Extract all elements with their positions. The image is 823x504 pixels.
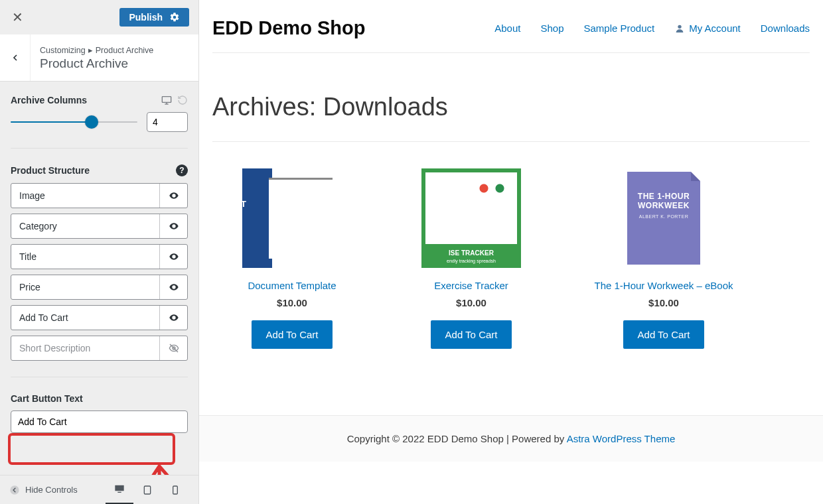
help-icon[interactable]: ? — [176, 164, 188, 176]
site-preview: EDD Demo Shop About Shop Sample Product … — [199, 0, 823, 504]
visibility-toggle[interactable] — [159, 275, 187, 299]
product-structure-label: Product Structure — [11, 165, 90, 176]
device-desktop[interactable] — [106, 475, 133, 505]
eye-icon — [169, 251, 179, 262]
nav-about[interactable]: About — [494, 23, 520, 34]
publish-button[interactable]: Publish — [119, 8, 189, 27]
cart-button-text-input[interactable] — [11, 410, 188, 433]
add-to-cart-button[interactable]: Add To Cart — [431, 320, 512, 349]
nav-downloads[interactable]: Downloads — [761, 23, 810, 34]
back-button[interactable] — [0, 34, 31, 81]
chevron-left-icon — [10, 52, 21, 63]
user-icon — [674, 23, 685, 34]
reset-icon[interactable] — [177, 95, 188, 105]
controls-scroll[interactable]: Archive Columns — [0, 82, 198, 475]
eye-icon — [169, 190, 179, 201]
svg-point-5 — [10, 485, 19, 494]
product-image[interactable]: THE 1-HOURWORKWEEKALBERT K. PORTER — [614, 168, 713, 268]
structure-item-addtocart[interactable]: Add To Cart — [11, 305, 188, 330]
site-title[interactable]: EDD Demo Shop — [212, 17, 365, 39]
structure-item-short-description[interactable]: Short Description — [11, 336, 188, 361]
archive-columns-slider[interactable] — [11, 120, 137, 124]
breadcrumb: Customizing▸Product Archive — [40, 45, 153, 55]
desktop-icon — [114, 483, 125, 494]
structure-item-price[interactable]: Price — [11, 275, 188, 300]
product-price: $10.00 — [405, 297, 538, 308]
structure-item-category[interactable]: Category — [11, 214, 188, 239]
svg-rect-0 — [162, 97, 171, 103]
visibility-toggle[interactable] — [159, 245, 187, 269]
eye-icon — [169, 282, 179, 292]
product-image[interactable]: ISE TRACKERendly tracking spreadsh — [421, 168, 521, 268]
customizer-sidebar: ✕ Publish Customizing▸Product Archive Pr… — [0, 0, 199, 504]
device-mobile[interactable] — [161, 475, 189, 505]
svg-rect-8 — [144, 486, 150, 494]
page-title: Archives: Downloads — [212, 93, 810, 121]
desktop-icon[interactable] — [161, 95, 172, 105]
archive-columns-input[interactable] — [147, 112, 188, 132]
structure-list: Image Category Title Price — [11, 183, 188, 361]
product-card: THE 1-HOURWORKWEEKALBERT K. PORTER The 1… — [584, 168, 743, 349]
product-title[interactable]: The 1-Hour Workweek – eBook — [584, 280, 743, 292]
structure-item-image[interactable]: Image — [11, 183, 188, 208]
visibility-toggle[interactable] — [159, 306, 187, 330]
tablet-icon — [142, 485, 153, 495]
archive-columns-label: Archive Columns — [11, 95, 87, 105]
product-price: $10.00 — [584, 297, 743, 308]
mobile-icon — [170, 485, 181, 495]
hide-controls[interactable]: Hide Controls — [9, 485, 78, 495]
annotation-highlight — [8, 433, 175, 465]
site-footer: Copyright © 2022 EDD Demo Shop | Powered… — [199, 415, 823, 462]
collapse-icon — [9, 485, 20, 495]
cart-button-text-label: Cart Button Text — [11, 393, 83, 404]
svg-rect-9 — [173, 486, 178, 494]
add-to-cart-button[interactable]: Add To Cart — [623, 320, 705, 349]
site-nav: About Shop Sample Product My Account Dow… — [494, 23, 810, 34]
footer-theme-link[interactable]: Astra WordPress Theme — [567, 433, 676, 444]
product-title[interactable]: Document Template — [226, 280, 358, 292]
product-card: ENT Document Template $10.00 Add To Cart — [226, 168, 358, 349]
add-to-cart-button[interactable]: Add To Cart — [252, 320, 333, 349]
eye-icon — [169, 312, 179, 323]
nav-sample-product[interactable]: Sample Product — [584, 23, 655, 34]
nav-my-account[interactable]: My Account — [674, 23, 741, 34]
product-image[interactable]: ENT — [242, 168, 342, 268]
svg-point-10 — [678, 25, 682, 28]
product-title[interactable]: Exercise Tracker — [405, 280, 538, 292]
annotation-arrow-icon — [146, 460, 179, 475]
eye-off-icon — [169, 343, 179, 353]
nav-shop[interactable]: Shop — [540, 23, 563, 34]
svg-rect-7 — [117, 492, 121, 493]
product-card: ISE TRACKERendly tracking spreadsh Exerc… — [405, 168, 538, 349]
structure-item-title[interactable]: Title — [11, 244, 188, 269]
gear-icon — [169, 12, 180, 23]
product-price: $10.00 — [226, 297, 358, 308]
panel-title: Product Archive — [40, 56, 153, 71]
svg-rect-6 — [115, 485, 123, 491]
visibility-toggle[interactable] — [159, 214, 187, 238]
close-icon[interactable]: ✕ — [9, 7, 26, 28]
device-tablet[interactable] — [133, 475, 161, 505]
visibility-toggle[interactable] — [159, 184, 187, 208]
eye-icon — [169, 221, 179, 231]
visibility-toggle[interactable] — [159, 336, 187, 360]
